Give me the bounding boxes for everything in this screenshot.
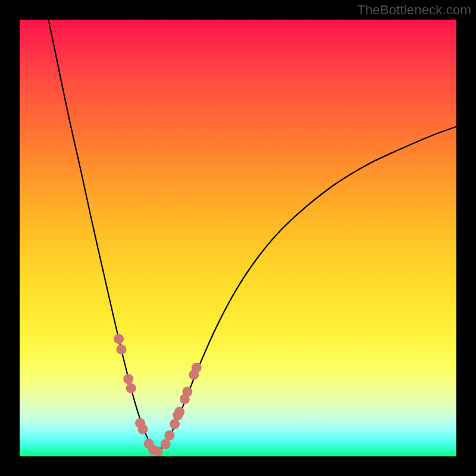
data-dot <box>152 446 162 456</box>
curve-layer <box>20 20 456 456</box>
data-dot <box>161 439 171 449</box>
data-dot <box>123 374 133 384</box>
data-dot <box>126 383 136 393</box>
watermark-label: TheBottleneck.com <box>357 2 471 18</box>
bottleneck-curve-left <box>48 20 157 452</box>
plot-area <box>20 20 456 456</box>
data-dot <box>164 430 174 440</box>
data-dot <box>137 424 148 434</box>
bottleneck-curve-right <box>157 127 456 452</box>
data-dot <box>170 419 180 429</box>
data-dot <box>117 345 127 355</box>
data-dot <box>182 387 192 397</box>
data-dots <box>114 334 202 456</box>
data-dot <box>114 334 124 344</box>
data-dot <box>192 363 202 373</box>
data-dot <box>174 407 184 417</box>
chart-frame: TheBottleneck.com <box>0 0 476 476</box>
